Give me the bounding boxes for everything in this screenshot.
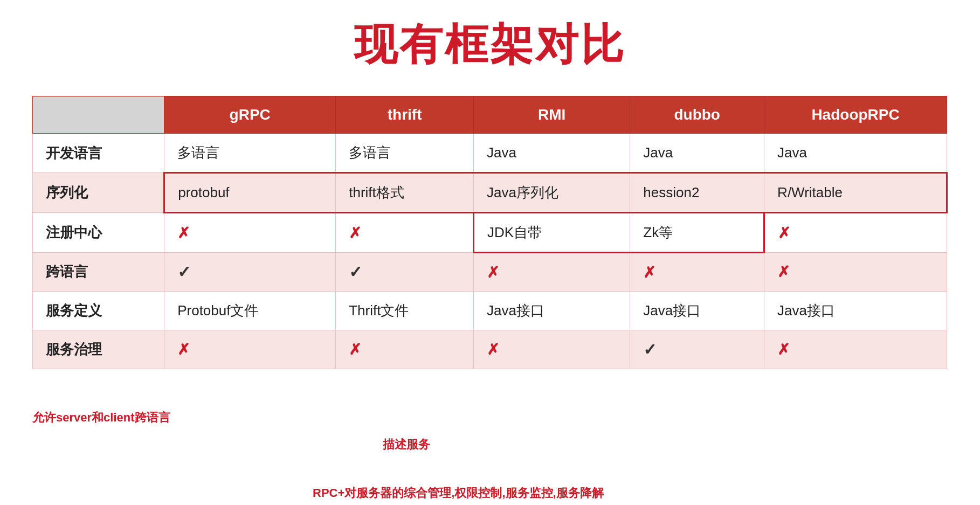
row-cell: ✓ xyxy=(630,330,764,369)
row-cell: protobuf xyxy=(164,173,336,213)
row-cell: ✗ xyxy=(630,253,764,292)
row-cell: Java接口 xyxy=(473,292,630,330)
row-cell: 多语言 xyxy=(336,134,474,173)
table-row: 服务定义 Protobuf文件 Thrift文件 Java接口 Java接口 J… xyxy=(33,292,947,330)
comparison-table: gRPC thrift RMI dubbo HadoopRPC 开发语言 多语言… xyxy=(32,96,948,369)
cross-icon: ✗ xyxy=(349,225,361,241)
annotation-describe-service: 描述服务 xyxy=(383,437,430,453)
row-cell: ✗ xyxy=(764,330,947,369)
cross-icon: ✗ xyxy=(349,341,361,358)
table-row: 跨语言 ✓ ✓ ✗ ✗ ✗ xyxy=(33,253,947,292)
row-cell: Java接口 xyxy=(630,292,764,330)
page-title: 现有框架对比 xyxy=(32,16,948,74)
cross-icon: ✗ xyxy=(487,264,499,281)
row-cell: ✗ xyxy=(473,330,630,369)
row-cell: Java xyxy=(764,134,947,173)
row-cell: Java接口 xyxy=(764,292,947,330)
row-cell: Java xyxy=(473,134,630,173)
cross-icon: ✗ xyxy=(777,264,790,280)
check-icon: ✓ xyxy=(349,263,362,281)
row-cell: hession2 xyxy=(630,173,764,213)
cross-icon: ✗ xyxy=(777,341,790,358)
row-cell: Protobuf文件 xyxy=(164,292,336,330)
table-row: 序列化 protobuf thrift格式 Java序列化 hession2 R… xyxy=(33,173,947,213)
row-label: 开发语言 xyxy=(33,134,164,173)
row-cell: ✗ xyxy=(764,253,947,292)
header-thrift: thrift xyxy=(336,96,474,134)
cross-icon: ✗ xyxy=(643,264,655,281)
row-label: 注册中心 xyxy=(33,213,164,253)
row-label: 序列化 xyxy=(33,173,164,213)
row-cell: R/Writable xyxy=(764,173,947,213)
header-empty xyxy=(33,96,164,134)
row-cell: ✗ xyxy=(336,213,474,253)
row-cell: ✗ xyxy=(473,253,630,292)
annotation-cross-language: 允许server和client跨语言 xyxy=(32,410,170,426)
row-cell: ✗ xyxy=(164,330,336,369)
table-row: 服务治理 ✗ ✗ ✗ ✓ ✗ xyxy=(33,330,947,369)
row-cell: Java xyxy=(630,134,764,173)
table-row: 注册中心 ✗ ✗ JDK自带 Zk等 ✗ xyxy=(33,213,947,253)
row-cell: ✓ xyxy=(336,253,474,292)
row-cell: ✗ xyxy=(164,213,336,253)
cross-icon: ✗ xyxy=(177,341,190,358)
cross-icon: ✗ xyxy=(177,225,190,241)
check-icon: ✓ xyxy=(177,263,191,281)
row-cell: thrift格式 xyxy=(336,173,474,213)
row-cell: ✓ xyxy=(164,253,336,292)
check-icon: ✓ xyxy=(643,341,657,358)
table-row: 开发语言 多语言 多语言 Java Java Java xyxy=(33,134,947,173)
row-label: 服务定义 xyxy=(33,292,164,330)
page-container: 现有框架对比 gRPC thrift RMI dubbo HadoopRPC 开… xyxy=(0,0,980,505)
header-hadooprpc: HadoopRPC xyxy=(764,96,947,134)
cross-icon: ✗ xyxy=(487,341,499,358)
header-rmi: RMI xyxy=(473,96,630,134)
row-cell: Java序列化 xyxy=(473,173,630,213)
row-cell: Zk等 xyxy=(630,213,764,253)
row-cell: 多语言 xyxy=(164,134,336,173)
row-cell: Thrift文件 xyxy=(336,292,474,330)
table-header-row: gRPC thrift RMI dubbo HadoopRPC xyxy=(33,96,947,134)
cross-icon: ✗ xyxy=(778,225,790,241)
row-cell: ✗ xyxy=(336,330,474,369)
row-label: 服务治理 xyxy=(33,330,164,369)
row-cell: JDK自带 xyxy=(473,213,630,253)
header-grpc: gRPC xyxy=(164,96,336,134)
row-label: 跨语言 xyxy=(33,253,164,292)
row-cell: ✗ xyxy=(764,213,947,253)
annotation-rpc-manage: RPC+对服务器的综合管理,权限控制,服务监控,服务降解 xyxy=(313,485,604,501)
header-dubbo: dubbo xyxy=(630,96,764,134)
